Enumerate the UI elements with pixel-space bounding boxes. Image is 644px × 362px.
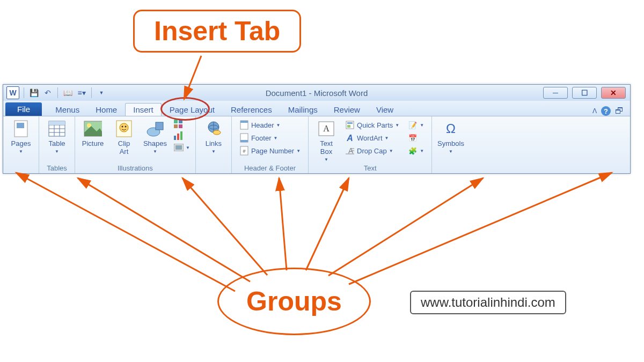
window-restore-icon[interactable]: 🗗 <box>615 106 624 116</box>
titlebar: W 💾 ↶ 📖 ≡▾ ▼ Document1 - Microsoft Word … <box>3 85 630 101</box>
svg-line-52 <box>349 173 612 284</box>
group-symbols: Ω Symbols▼ <box>432 116 470 173</box>
shapes-button[interactable]: Shapes▼ <box>141 119 170 155</box>
tab-insert[interactable]: Insert <box>125 103 162 116</box>
svg-text:A: A <box>323 124 330 133</box>
list-icon[interactable]: ≡▾ <box>76 87 87 98</box>
shapes-icon <box>146 120 164 138</box>
word-logo-icon: W <box>6 86 19 99</box>
header-icon <box>239 120 249 130</box>
dropcap-button[interactable]: ADrop Cap ▼ <box>343 145 401 156</box>
svg-point-27 <box>213 130 221 135</box>
picture-icon <box>84 120 102 138</box>
close-button[interactable]: ✕ <box>601 87 626 99</box>
tab-references[interactable]: References <box>223 103 280 116</box>
svg-rect-22 <box>177 134 179 140</box>
svg-rect-25 <box>175 145 182 150</box>
hyperlink-icon <box>204 120 223 138</box>
group-label-headerfooter: Header & Footer <box>235 163 305 172</box>
word-window: W 💾 ↶ 📖 ≡▾ ▼ Document1 - Microsoft Word … <box>3 84 631 174</box>
table-icon <box>48 120 66 138</box>
tab-mailings[interactable]: Mailings <box>280 103 326 116</box>
page-number-button[interactable]: #Page Number ▼ <box>237 145 303 156</box>
window-title: Document1 - Microsoft Word <box>266 88 368 98</box>
tab-review[interactable]: Review <box>326 103 368 116</box>
qat-dropdown-icon[interactable]: ▼ <box>96 87 107 98</box>
smartart-button[interactable] <box>172 119 192 129</box>
wordart-button[interactable]: AWordArt ▼ <box>343 132 401 143</box>
svg-rect-31 <box>240 140 248 142</box>
group-text: A Text Box▼ Quick Parts ▼ AWordArt ▼ ADr… <box>309 116 432 173</box>
footer-button[interactable]: Footer ▼ <box>237 132 303 143</box>
svg-point-12 <box>120 123 128 132</box>
clipart-button[interactable]: Clip Art <box>109 119 138 157</box>
svg-rect-23 <box>180 131 182 140</box>
svg-point-13 <box>122 126 123 128</box>
chart-button[interactable] <box>172 130 192 141</box>
links-button[interactable]: Links▼ <box>199 119 228 155</box>
svg-rect-20 <box>179 124 182 128</box>
svg-line-46 <box>16 173 235 291</box>
symbols-button[interactable]: Ω Symbols▼ <box>435 119 466 155</box>
file-tab[interactable]: File <box>5 102 42 116</box>
screenshot-button[interactable]: ▼ <box>172 142 192 153</box>
smartart-icon <box>174 119 184 129</box>
signature-button[interactable]: 📝▼ <box>406 120 426 130</box>
object-button[interactable]: 🧩▼ <box>406 145 426 156</box>
pages-button[interactable]: Pages▼ <box>6 119 35 155</box>
quickparts-icon <box>345 120 355 130</box>
object-icon: 🧩 <box>408 146 418 156</box>
datetime-icon: 📅 <box>408 133 418 143</box>
book-icon[interactable]: 📖 <box>62 87 73 98</box>
svg-line-49 <box>279 178 287 270</box>
svg-text:#: # <box>243 149 245 154</box>
group-label-tables: Tables <box>42 163 71 172</box>
group-links: Links▼ <box>196 116 232 173</box>
group-pages: Pages▼ <box>3 116 39 173</box>
tab-menus[interactable]: Menus <box>47 103 87 116</box>
svg-line-47 <box>78 178 250 282</box>
group-header-footer: Header ▼ Footer ▼ #Page Number ▼ Header … <box>232 116 309 173</box>
maximize-button[interactable]: ☐ <box>572 87 597 99</box>
clipart-icon <box>115 120 133 138</box>
svg-text:Ω: Ω <box>446 121 456 136</box>
datetime-button[interactable]: 📅 <box>406 132 426 143</box>
svg-line-48 <box>182 178 267 275</box>
tab-page-layout[interactable]: Page Layout <box>162 103 223 116</box>
undo-icon[interactable]: ↶ <box>42 87 53 98</box>
svg-rect-29 <box>240 121 248 123</box>
svg-rect-37 <box>347 122 353 124</box>
ribbon-minimize-icon[interactable]: ᐱ <box>592 107 597 115</box>
quickparts-button[interactable]: Quick Parts ▼ <box>343 120 401 130</box>
help-icon[interactable]: ? <box>601 106 611 116</box>
textbox-button[interactable]: A Text Box▼ <box>312 119 341 163</box>
group-label-text: Text <box>312 163 428 172</box>
page-number-icon: # <box>239 146 249 156</box>
table-button[interactable]: Table▼ <box>42 119 71 155</box>
signature-icon: 📝 <box>408 120 418 130</box>
url-label: www.tutorialinhindi.com <box>410 291 566 314</box>
svg-line-51 <box>328 178 483 276</box>
ribbon-tabs: File Menus Home Insert Page Layout Refer… <box>3 101 630 116</box>
group-illustrations: Picture Clip Art Shapes▼ ▼ Illustrations <box>75 116 196 173</box>
svg-rect-17 <box>174 120 178 123</box>
omega-icon: Ω <box>442 120 460 138</box>
chart-icon <box>174 131 184 141</box>
svg-rect-8 <box>49 121 65 125</box>
callout-insert-tab: Insert Tab <box>133 10 301 53</box>
svg-rect-16 <box>156 122 163 130</box>
svg-line-50 <box>306 178 349 270</box>
minimize-button[interactable]: ─ <box>543 87 568 99</box>
tab-view[interactable]: View <box>368 103 401 116</box>
dropcap-icon: A <box>345 146 355 156</box>
callout-groups: Groups <box>217 268 371 335</box>
tab-home[interactable]: Home <box>87 103 125 116</box>
wordart-icon: A <box>345 133 355 143</box>
picture-button[interactable]: Picture <box>78 119 107 149</box>
header-button[interactable]: Header ▼ <box>237 120 303 130</box>
save-icon[interactable]: 💾 <box>28 87 39 98</box>
svg-rect-38 <box>347 125 350 128</box>
footer-icon <box>239 133 249 143</box>
svg-text:A: A <box>346 134 353 142</box>
svg-rect-21 <box>174 136 176 140</box>
